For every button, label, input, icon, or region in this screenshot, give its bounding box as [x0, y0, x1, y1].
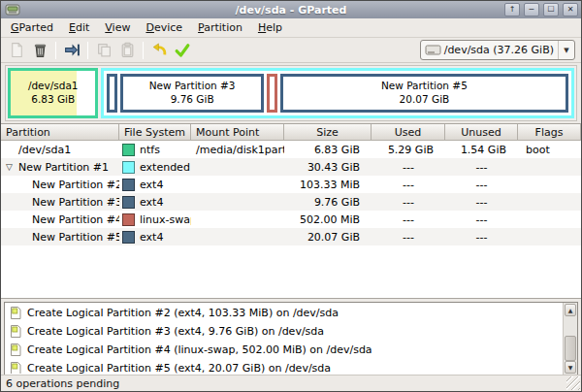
table-row[interactable]: New Partition #3ext49.76 GiB------ [1, 193, 581, 211]
expander-triangle-icon[interactable]: ▽ [6, 162, 13, 172]
menu-item-partition[interactable]: Partition [190, 19, 250, 36]
flags-cell [518, 193, 581, 211]
operations-panel: Create Logical Partition #2 (ext4, 103.3… [4, 302, 578, 376]
scrollbar-thumb[interactable] [565, 336, 576, 361]
partition-name: /dev/sda1 [28, 80, 79, 93]
menu-item-device[interactable]: Device [138, 19, 190, 36]
close-button[interactable]: ✕ [563, 3, 578, 16]
table-row[interactable]: /dev/sda1ntfs/media/disk1part16.83 GiB5.… [1, 141, 581, 158]
visual-partition-np5[interactable]: New Partition #5 20.07 GiB [280, 74, 568, 113]
menu-item-edit[interactable]: Edit [61, 19, 97, 36]
resize-grip[interactable] [566, 376, 580, 390]
mount-point-cell [191, 193, 284, 211]
column-header-used[interactable]: Used [372, 124, 445, 141]
scrollbar[interactable]: ▲ ▼ [563, 303, 577, 375]
visual-partition-sda1[interactable]: /dev/sda1 6.83 GiB [8, 68, 98, 118]
visual-partition-np3[interactable]: New Partition #3 9.76 GiB [120, 74, 263, 113]
size-cell: 6.83 GiB [284, 141, 372, 158]
chevron-down-icon[interactable]: ▼ [558, 41, 570, 59]
operation-item[interactable]: Create Logical Partition #3 (ext4, 9.76 … [6, 322, 562, 341]
size-cell: 9.76 GiB [284, 193, 372, 211]
resize-move-icon [63, 42, 81, 58]
filesystem-cell: ext4 [119, 228, 191, 245]
used-cell: --- [372, 193, 445, 211]
unused-cell: 1.54 GiB [445, 141, 518, 158]
column-header-unused[interactable]: Unused [445, 124, 518, 141]
disk-icon [425, 44, 441, 56]
operation-item[interactable]: Create Logical Partition #2 (ext4, 103.3… [6, 304, 562, 322]
menu-item-gparted[interactable]: GParted [3, 19, 61, 36]
gparted-window: /dev/sda - GParted ↑ ─ ☐ ✕ GPartedEditVi… [0, 0, 582, 392]
undo-button[interactable] [147, 40, 171, 61]
filesystem-cell: ntfs [119, 141, 191, 158]
filesystem-cell: ext4 [119, 193, 191, 211]
flags-cell [518, 158, 581, 176]
table-row[interactable]: ▽New Partition #1extended30.43 GiB------ [1, 158, 581, 176]
column-header-size[interactable]: Size [284, 124, 372, 141]
mount-point-cell [191, 158, 284, 176]
size-cell: 20.07 GiB [284, 228, 372, 245]
filesystem-color-swatch [122, 196, 135, 209]
filesystem-cell: extended [119, 158, 191, 176]
filesystem-cell: linux-swap [119, 211, 191, 228]
paste-button [115, 40, 139, 61]
window-title: /dev/sda - GParted [1, 4, 581, 16]
partition-name-cell: /dev/sda1 [1, 141, 119, 158]
copy-icon [96, 42, 113, 58]
disk-visual-panel: /dev/sda1 6.83 GiB New Partition #3 9.76… [1, 63, 581, 123]
new-partition-button [5, 40, 28, 61]
column-header-file-system[interactable]: File System [119, 124, 191, 141]
device-selector[interactable]: /dev/sda (37.26 GiB) ▼ [420, 40, 575, 60]
toolbar-separator [55, 42, 56, 59]
unused-cell: --- [445, 211, 518, 228]
column-header-flags[interactable]: Flags [518, 124, 581, 141]
visual-partition-np4[interactable] [267, 74, 277, 113]
operation-icon [9, 361, 22, 374]
title-bar[interactable]: /dev/sda - GParted ↑ ─ ☐ ✕ [1, 1, 581, 18]
maximize-button[interactable]: ☐ [543, 3, 559, 16]
filesystem-color-swatch [122, 161, 135, 174]
flags-cell [518, 211, 581, 228]
filesystem-color-swatch [122, 179, 135, 191]
size-cell: 103.33 MiB [284, 176, 372, 193]
menu-item-help[interactable]: Help [250, 19, 290, 36]
toolbar-separator [143, 42, 144, 59]
scroll-down-icon[interactable]: ▼ [565, 361, 576, 374]
operation-item[interactable]: Create Logical Partition #5 (ext4, 20.07… [6, 359, 562, 374]
copy-button [92, 40, 115, 61]
delete-partition-button[interactable] [28, 40, 51, 61]
flags-cell [518, 228, 581, 245]
partition-name-cell: New Partition #3 [1, 193, 119, 211]
shade-button[interactable]: ↑ [504, 3, 520, 16]
menu-bar: GPartedEditViewDevicePartitionHelp [1, 18, 581, 38]
minimize-button[interactable]: ─ [524, 3, 539, 16]
resize-move-button[interactable] [60, 40, 83, 61]
apply-icon [174, 42, 191, 58]
visual-partition-extended[interactable]: New Partition #3 9.76 GiB New Partition … [101, 68, 574, 118]
visual-partition-np2[interactable] [107, 74, 117, 113]
partition-size: 20.07 GiB [400, 93, 450, 107]
column-header-partition[interactable]: Partition [1, 124, 119, 141]
column-header-mount-point[interactable]: Mount Point [191, 124, 284, 141]
used-cell: --- [372, 158, 445, 176]
menu-item-view[interactable]: View [97, 19, 138, 36]
unused-cell: --- [445, 176, 518, 193]
new-partition-icon [9, 42, 25, 58]
size-cell: 30.43 GiB [284, 158, 372, 176]
toolbar-separator [87, 42, 88, 59]
used-cell: --- [372, 176, 445, 193]
table-row[interactable]: New Partition #5ext420.07 GiB------ [1, 228, 581, 245]
unused-cell: --- [445, 193, 518, 211]
operation-item[interactable]: Create Logical Partition #4 (linux-swap,… [6, 341, 562, 359]
apply-button[interactable] [171, 40, 194, 61]
pending-operations-status: 6 operations pending [6, 377, 119, 390]
table-row[interactable]: New Partition #2ext4103.33 MiB------ [1, 176, 581, 193]
unused-cell: --- [445, 158, 518, 176]
partition-name-cell: New Partition #2 [1, 176, 119, 193]
table-row[interactable]: New Partition #4linux-swap502.00 MiB----… [1, 211, 581, 228]
partition-table: PartitionFile SystemMount PointSizeUsedU… [1, 123, 581, 299]
status-bar: 6 operations pending [1, 375, 581, 391]
scroll-up-icon[interactable]: ▲ [565, 304, 576, 316]
mount-point-cell [191, 176, 284, 193]
filesystem-color-swatch [122, 144, 135, 156]
